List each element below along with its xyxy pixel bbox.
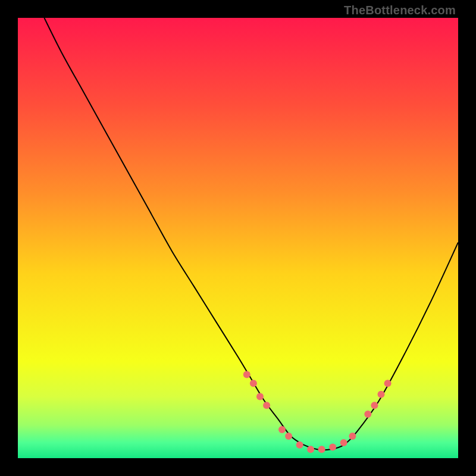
highlight-dot <box>307 446 314 453</box>
highlight-dot <box>296 441 303 449</box>
highlight-dot <box>250 380 257 387</box>
chart-svg <box>18 18 458 458</box>
gradient-background <box>18 18 458 458</box>
highlight-dot <box>278 426 286 433</box>
highlight-dot <box>285 433 292 440</box>
highlight-dot <box>243 371 250 378</box>
highlight-dot <box>364 411 371 418</box>
highlight-dot <box>256 393 264 400</box>
highlight-dot <box>340 439 347 446</box>
highlight-dot <box>378 391 385 398</box>
highlight-dot <box>318 446 325 453</box>
highlight-dot <box>329 444 336 451</box>
highlight-dot <box>263 402 270 409</box>
watermark-text: TheBottleneck.com <box>344 4 456 17</box>
highlight-dot <box>371 402 378 409</box>
chart-frame <box>18 18 458 458</box>
highlight-dot <box>384 380 392 387</box>
highlight-dot <box>349 433 356 440</box>
